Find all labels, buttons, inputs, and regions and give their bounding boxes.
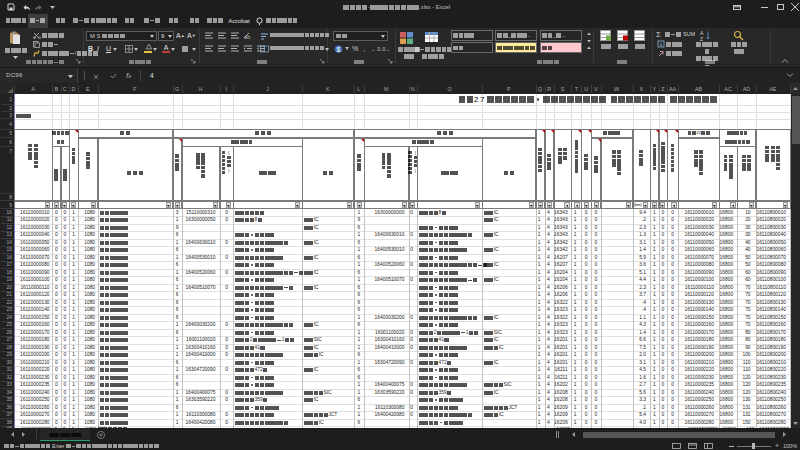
svg-text:Z: Z <box>700 35 703 41</box>
svg-text:ab: ab <box>244 34 251 40</box>
svg-text:$: $ <box>337 45 341 52</box>
